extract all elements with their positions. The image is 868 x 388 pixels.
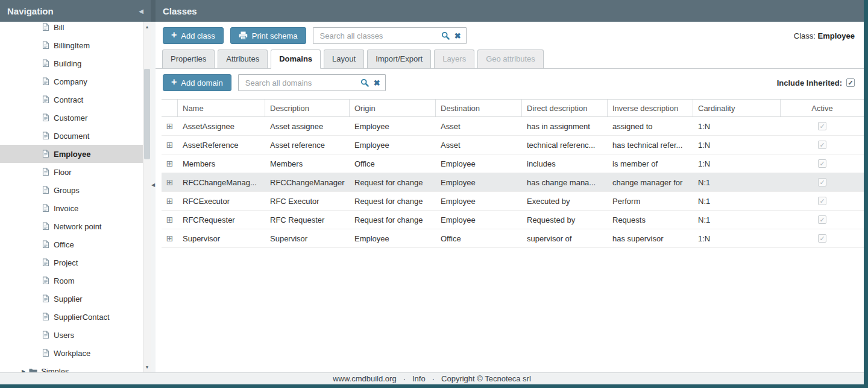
sidebar-item-users[interactable]: Users	[0, 326, 143, 344]
search-domains-input[interactable]	[244, 78, 356, 88]
sidebar-item-groups[interactable]: Groups	[0, 181, 143, 199]
sidebar-item-invoice[interactable]: Invoice	[0, 199, 143, 217]
cell-inverse: has supervisor	[608, 234, 693, 243]
footer-website-link[interactable]: www.cmdbuild.org	[333, 374, 397, 383]
scrollbar-thumb[interactable]	[144, 69, 150, 159]
class-doc-icon	[42, 240, 49, 249]
sidebar-item-project[interactable]: Project	[0, 253, 143, 272]
cell-destination: Employee	[436, 159, 522, 168]
sidebar-item-office[interactable]: Office	[0, 235, 143, 253]
splitter-collapse-icon[interactable]: ◀	[151, 179, 156, 191]
sidebar-item-floor[interactable]: Floor	[0, 163, 143, 181]
cell-cardinality: 1:N	[693, 159, 781, 168]
expand-row-icon[interactable]: ⊞	[166, 178, 174, 186]
class-doc-icon	[42, 132, 49, 140]
cell-inverse: Perform	[608, 197, 693, 206]
tab-properties[interactable]: Properties	[162, 49, 215, 69]
expand-row-icon[interactable]: ⊞	[166, 122, 174, 130]
domain-row-rfcexecutor[interactable]: ⊞RFCExecutorRFC ExecutorRequest for chan…	[162, 192, 864, 211]
scroll-down-icon[interactable]: ▼	[143, 363, 151, 371]
expand-row-icon[interactable]: ⊞	[166, 197, 174, 205]
domain-row-supervisor[interactable]: ⊞SupervisorSupervisorEmployeeOfficesuper…	[162, 229, 864, 248]
print-schema-button[interactable]: Print schema	[230, 27, 306, 44]
domain-row-rfcrequester[interactable]: ⊞RFCRequesterRFC RequesterRequest for ch…	[162, 211, 864, 229]
domain-row-rfcchangemanag[interactable]: ⊞RFCChangeManag...RFCChangeManagerReques…	[162, 173, 864, 192]
footer-info-link[interactable]: Info	[412, 374, 426, 383]
cell-name: RFCChangeManag...	[178, 178, 265, 187]
collapse-panel-icon[interactable]: ◀	[139, 8, 143, 14]
sidebar-item-label: Room	[54, 276, 75, 285]
column-header-active[interactable]: Active	[781, 100, 864, 116]
sidebar-item-suppliercontact[interactable]: SupplierContact	[0, 308, 143, 326]
class-value: Employee	[818, 31, 855, 40]
domain-row-members[interactable]: ⊞MembersMembersOfficeEmployeeincludesis …	[162, 154, 864, 173]
panel-splitter[interactable]: ◀	[151, 0, 156, 372]
search-classes-input[interactable]	[319, 31, 436, 41]
tab-import-export[interactable]: Import/Export	[367, 49, 431, 69]
cell-inverse: has technical refer...	[608, 141, 693, 150]
expand-arrow-icon[interactable]: ▶	[22, 369, 25, 373]
content-area: Navigation ◀ BillBillingItemBuildingComp…	[0, 0, 864, 372]
active-checkbox: ✓	[818, 197, 826, 205]
sidebar-item-contract[interactable]: Contract	[0, 91, 143, 109]
folder-icon	[29, 368, 37, 373]
sidebar-item-bill[interactable]: Bill	[0, 22, 143, 36]
cell-destination: Employee	[436, 197, 522, 206]
expand-row-icon[interactable]: ⊞	[166, 141, 174, 149]
column-header-cardinality[interactable]: Cardinality	[693, 100, 781, 116]
expand-row-icon[interactable]: ⊞	[166, 234, 174, 243]
include-inherited-checkbox[interactable]: ✓	[846, 78, 855, 87]
sidebar-item-label: Project	[54, 258, 78, 267]
scroll-up-icon[interactable]: ▲	[143, 23, 151, 31]
clear-search-icon[interactable]: ✖	[454, 32, 461, 40]
sidebar-item-room[interactable]: Room	[0, 272, 143, 290]
clear-search-icon[interactable]: ✖	[374, 79, 380, 87]
footer-separator: ·	[403, 374, 406, 383]
expand-row-icon[interactable]: ⊞	[166, 215, 174, 224]
domain-row-assetassignee[interactable]: ⊞AssetAssigneeAsset assigneeEmployeeAsse…	[162, 117, 864, 136]
sidebar-item-building[interactable]: Building	[0, 54, 143, 72]
cell-active: ✓	[781, 197, 864, 205]
sidebar-item-label: Invoice	[54, 204, 78, 213]
column-header-destination[interactable]: Destination	[436, 100, 522, 116]
sidebar-item-billingitem[interactable]: BillingItem	[0, 36, 143, 54]
column-header-inverse-description[interactable]: Inverse description	[608, 100, 693, 116]
cell-direct: has in assignment	[522, 122, 608, 131]
tab-domains[interactable]: Domains	[271, 49, 321, 69]
sidebar-item-simples[interactable]: ▶ Simples	[0, 362, 143, 372]
class-doc-icon	[42, 276, 49, 285]
search-icon[interactable]	[360, 78, 369, 87]
cell-name: Members	[178, 159, 265, 168]
printer-icon	[239, 31, 248, 40]
active-checkbox: ✓	[818, 215, 826, 224]
column-header-description[interactable]: Description	[265, 100, 350, 116]
cell-cardinality: N:1	[693, 178, 781, 187]
active-checkbox: ✓	[818, 141, 826, 149]
tab-layout[interactable]: Layout	[324, 49, 364, 69]
column-header-origin[interactable]: Origin	[350, 100, 436, 116]
sidebar-item-company[interactable]: Company	[0, 72, 143, 91]
sidebar-item-label: Bill	[54, 23, 64, 32]
search-icon[interactable]	[441, 31, 450, 40]
sidebar-item-document[interactable]: Document	[0, 127, 143, 145]
expand-row-icon[interactable]: ⊞	[166, 159, 174, 168]
column-header-name[interactable]: Name	[178, 100, 265, 116]
add-class-button[interactable]: + Add class	[163, 27, 224, 44]
add-domain-button[interactable]: + Add domain	[163, 74, 231, 91]
sidebar-item-label: Network point	[54, 222, 101, 231]
sidebar-item-workplace[interactable]: Workplace	[0, 344, 143, 362]
column-header-direct-description[interactable]: Direct description	[522, 100, 608, 116]
sidebar-item-network-point[interactable]: Network point	[0, 217, 143, 235]
check-icon: ✓	[819, 161, 825, 167]
domain-row-assetreference[interactable]: ⊞AssetReferenceAsset referenceEmployeeAs…	[162, 136, 864, 154]
check-icon: ✓	[848, 80, 853, 86]
sidebar-item-label: Groups	[54, 186, 80, 195]
sidebar-item-supplier[interactable]: Supplier	[0, 290, 143, 308]
include-inherited-label: Include Inherited:	[777, 78, 842, 87]
sidebar-item-employee[interactable]: Employee	[0, 145, 143, 163]
cell-description: Supervisor	[265, 234, 350, 243]
sidebar-scrollbar[interactable]: ▲ ▼	[143, 22, 151, 372]
navigation-title: Navigation	[7, 6, 54, 16]
sidebar-item-customer[interactable]: Customer	[0, 109, 143, 127]
tab-attributes[interactable]: Attributes	[218, 49, 268, 69]
